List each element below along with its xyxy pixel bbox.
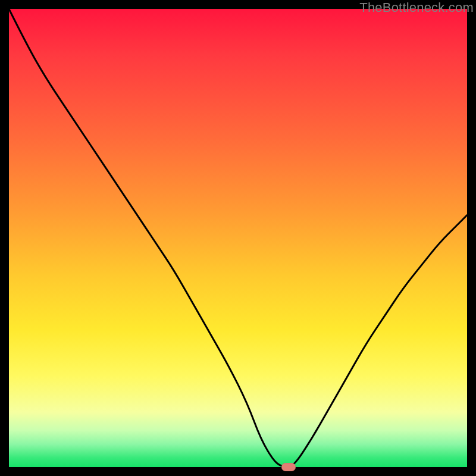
bottleneck-curve	[9, 9, 467, 467]
optimum-marker	[281, 463, 296, 471]
attribution-text: TheBottleneck.com	[359, 0, 474, 15]
chart-frame: TheBottleneck.com	[0, 0, 476, 476]
plot-area	[9, 9, 467, 467]
